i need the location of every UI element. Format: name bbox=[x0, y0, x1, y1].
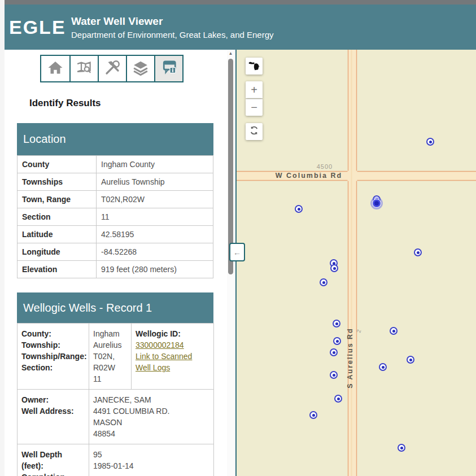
aurelius-rd-label: S Aurelius Rd bbox=[346, 327, 354, 388]
app-title: Water Well Viewer bbox=[71, 15, 274, 28]
scrollbar-up-arrow[interactable]: ▲ bbox=[227, 51, 234, 56]
top-bar bbox=[5, 0, 476, 5]
well-marker[interactable] bbox=[379, 363, 387, 371]
well-marker[interactable] bbox=[333, 320, 340, 327]
egle-logo: EGLE bbox=[9, 16, 71, 38]
well-marker[interactable] bbox=[320, 278, 327, 286]
wellogic-id-cell: Wellogic ID: 33000002184 Link to Scanned… bbox=[132, 324, 214, 390]
columbia-rd-label: W Columbia Rd bbox=[276, 172, 342, 180]
wellogic-id-link[interactable]: 33000002184 bbox=[136, 340, 184, 350]
scanned-well-logs-link[interactable]: Link to Scanned Well Logs bbox=[136, 352, 192, 372]
table-row: Latitude42.58195 bbox=[18, 226, 213, 243]
wellogic-id-label: Wellogic ID: bbox=[136, 329, 181, 338]
home-button[interactable] bbox=[41, 56, 69, 81]
plus-icon: + bbox=[251, 84, 257, 97]
well-marker[interactable] bbox=[330, 348, 338, 356]
identify-button[interactable] bbox=[154, 56, 182, 81]
toolbar bbox=[40, 55, 184, 82]
well-marker[interactable] bbox=[398, 444, 405, 452]
well-marker[interactable] bbox=[330, 264, 338, 272]
identify-results-heading: Identify Results bbox=[29, 98, 101, 109]
zoom-in-button[interactable]: + bbox=[246, 81, 263, 98]
table-row: Longitude-84.52268 bbox=[18, 243, 213, 261]
location-section: Location CountyIngham County TownshipsAu… bbox=[17, 123, 213, 278]
road-address-4500: 4500 bbox=[317, 163, 333, 170]
well-marker[interactable] bbox=[426, 138, 434, 146]
map-roads: 4500 W Columbia Rd S Aurelius Rd 2 bbox=[237, 50, 476, 476]
table-row: Well Depth (feet): Completion Date: 95 1… bbox=[18, 444, 214, 476]
tools-icon bbox=[104, 59, 121, 78]
well-marker-selected[interactable] bbox=[372, 199, 381, 208]
identify-icon bbox=[160, 59, 177, 78]
app-subtitle: Department of Environment, Great Lakes, … bbox=[71, 30, 274, 40]
well-marker[interactable] bbox=[414, 248, 422, 256]
collapse-panel-button[interactable]: ← bbox=[229, 243, 245, 261]
table-row: TownshipsAurelius Township bbox=[18, 173, 213, 191]
refresh-icon bbox=[249, 125, 259, 138]
table-row: County: Township: Township/Range: Sectio… bbox=[18, 324, 214, 390]
table-row: Owner: Well Address: JANECKE, SAM 4491 C… bbox=[18, 390, 214, 444]
well-marker[interactable] bbox=[334, 395, 342, 403]
map-search-button[interactable] bbox=[69, 56, 98, 81]
wellogic-header: Wellogic Wells - Record 1 bbox=[17, 292, 213, 323]
well-marker[interactable] bbox=[390, 327, 398, 335]
map-search-icon bbox=[76, 59, 93, 78]
well-marker[interactable] bbox=[309, 411, 317, 419]
identify-panel: Identify Results Location CountyIngham C… bbox=[5, 50, 228, 476]
left-arrow-icon: ← bbox=[233, 248, 241, 257]
refresh-button[interactable] bbox=[246, 123, 263, 140]
tools-button[interactable] bbox=[98, 56, 126, 81]
michigan-extent-button[interactable] bbox=[246, 58, 263, 75]
well-marker[interactable] bbox=[295, 205, 303, 213]
app-header: EGLE Water Well Viewer Department of Env… bbox=[5, 5, 476, 50]
layers-icon bbox=[132, 59, 149, 78]
well-marker[interactable] bbox=[330, 371, 338, 379]
wellogic-section: Wellogic Wells - Record 1 County: Townsh… bbox=[17, 292, 213, 476]
panel-scrollbar[interactable]: ▲ bbox=[227, 50, 234, 476]
table-row: Elevation919 feet (280 meters) bbox=[18, 261, 213, 278]
home-icon bbox=[47, 59, 64, 78]
table-row: Town, RangeT02N,R02W bbox=[18, 191, 213, 208]
zoom-out-button[interactable]: − bbox=[246, 99, 263, 116]
location-header: Location bbox=[17, 123, 213, 155]
michigan-icon bbox=[247, 58, 261, 74]
layers-button[interactable] bbox=[126, 56, 154, 81]
well-marker[interactable] bbox=[407, 356, 414, 364]
wellogic-table: County: Township: Township/Range: Sectio… bbox=[17, 323, 214, 476]
well-marker[interactable] bbox=[333, 337, 341, 345]
minus-icon: − bbox=[251, 101, 257, 114]
scrollbar-thumb[interactable] bbox=[228, 59, 233, 274]
table-row: Section11 bbox=[18, 208, 213, 226]
table-row: CountyIngham County bbox=[18, 156, 213, 173]
location-table: CountyIngham County TownshipsAurelius To… bbox=[17, 155, 213, 278]
map[interactable]: 4500 W Columbia Rd S Aurelius Rd 2 + − bbox=[235, 50, 476, 476]
